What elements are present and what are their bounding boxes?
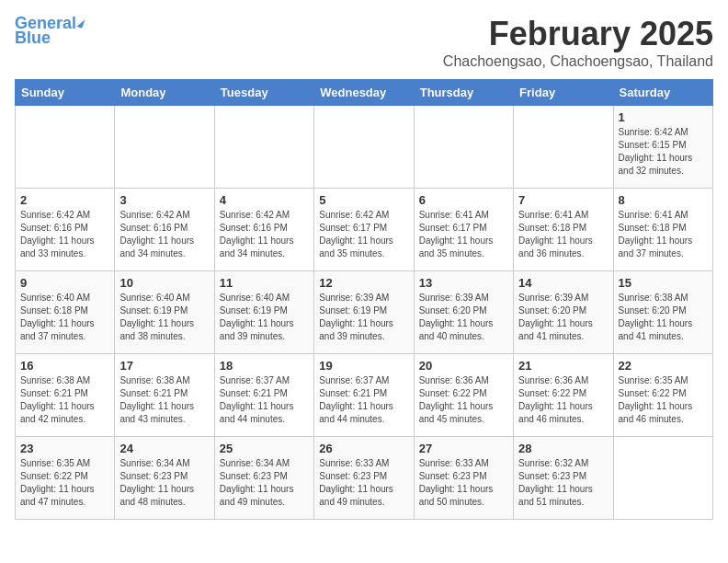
day-info: Sunrise: 6:36 AM Sunset: 6:22 PM Dayligh… xyxy=(518,374,608,426)
day-info: Sunrise: 6:33 AM Sunset: 6:23 PM Dayligh… xyxy=(419,457,508,509)
day-number: 24 xyxy=(119,442,209,455)
day-number: 8 xyxy=(619,193,708,207)
calendar-cell-w0d6: 1Sunrise: 6:42 AM Sunset: 6:15 PM Daylig… xyxy=(613,106,712,189)
day-number: 27 xyxy=(419,442,508,455)
calendar-cell-w2d2: 11Sunrise: 6:40 AM Sunset: 6:19 PM Dayli… xyxy=(214,271,313,354)
title-block: February 2025 Chachoengsao, Chachoengsao… xyxy=(443,15,713,70)
day-number: 9 xyxy=(20,276,109,290)
day-info: Sunrise: 6:34 AM Sunset: 6:23 PM Dayligh… xyxy=(220,457,309,509)
day-number: 5 xyxy=(319,193,408,207)
day-number: 15 xyxy=(619,276,708,290)
calendar-week-0: 1Sunrise: 6:42 AM Sunset: 6:15 PM Daylig… xyxy=(16,106,713,189)
day-number: 25 xyxy=(220,442,309,455)
calendar-cell-w2d6: 15Sunrise: 6:38 AM Sunset: 6:20 PM Dayli… xyxy=(613,271,712,354)
day-number: 20 xyxy=(419,359,508,373)
weekday-header-friday: Friday xyxy=(514,80,613,106)
day-info: Sunrise: 6:41 AM Sunset: 6:17 PM Dayligh… xyxy=(419,209,508,260)
day-info: Sunrise: 6:42 AM Sunset: 6:16 PM Dayligh… xyxy=(220,209,309,260)
day-info: Sunrise: 6:38 AM Sunset: 6:21 PM Dayligh… xyxy=(119,374,209,426)
day-info: Sunrise: 6:39 AM Sunset: 6:20 PM Dayligh… xyxy=(518,292,608,343)
day-info: Sunrise: 6:32 AM Sunset: 6:23 PM Dayligh… xyxy=(518,457,608,509)
calendar-cell-w1d2: 4Sunrise: 6:42 AM Sunset: 6:16 PM Daylig… xyxy=(214,189,313,271)
day-info: Sunrise: 6:39 AM Sunset: 6:20 PM Dayligh… xyxy=(419,292,508,343)
day-number: 2 xyxy=(20,193,109,207)
calendar-cell-w4d4: 27Sunrise: 6:33 AM Sunset: 6:23 PM Dayli… xyxy=(414,437,513,520)
calendar-cell-w3d2: 18Sunrise: 6:37 AM Sunset: 6:21 PM Dayli… xyxy=(214,354,313,437)
day-number: 18 xyxy=(220,359,309,373)
calendar-cell-w0d4 xyxy=(414,106,513,189)
day-info: Sunrise: 6:36 AM Sunset: 6:22 PM Dayligh… xyxy=(419,374,508,426)
calendar-cell-w0d2 xyxy=(214,106,313,189)
calendar-table: SundayMondayTuesdayWednesdayThursdayFrid… xyxy=(15,79,713,520)
weekday-header-saturday: Saturday xyxy=(613,80,712,106)
day-info: Sunrise: 6:40 AM Sunset: 6:19 PM Dayligh… xyxy=(220,292,309,343)
day-number: 13 xyxy=(419,276,508,290)
calendar-cell-w0d1 xyxy=(115,106,214,189)
day-number: 22 xyxy=(619,359,708,373)
calendar-week-2: 9Sunrise: 6:40 AM Sunset: 6:18 PM Daylig… xyxy=(16,271,713,354)
day-info: Sunrise: 6:33 AM Sunset: 6:23 PM Dayligh… xyxy=(319,457,408,509)
day-number: 7 xyxy=(518,193,608,207)
day-number: 14 xyxy=(518,276,608,290)
day-number: 12 xyxy=(319,276,408,290)
day-number: 6 xyxy=(419,193,508,207)
calendar-cell-w1d1: 3Sunrise: 6:42 AM Sunset: 6:16 PM Daylig… xyxy=(115,189,214,271)
day-info: Sunrise: 6:40 AM Sunset: 6:18 PM Dayligh… xyxy=(20,292,109,343)
day-info: Sunrise: 6:37 AM Sunset: 6:21 PM Dayligh… xyxy=(319,374,408,426)
calendar-cell-w3d6: 22Sunrise: 6:35 AM Sunset: 6:22 PM Dayli… xyxy=(613,354,712,437)
calendar-cell-w4d1: 24Sunrise: 6:34 AM Sunset: 6:23 PM Dayli… xyxy=(115,437,214,520)
calendar-cell-w3d1: 17Sunrise: 6:38 AM Sunset: 6:21 PM Dayli… xyxy=(115,354,214,437)
day-info: Sunrise: 6:42 AM Sunset: 6:17 PM Dayligh… xyxy=(319,209,408,260)
weekday-header-sunday: Sunday xyxy=(16,80,115,106)
day-info: Sunrise: 6:35 AM Sunset: 6:22 PM Dayligh… xyxy=(20,457,109,509)
day-number: 17 xyxy=(119,359,209,373)
calendar-cell-w0d0 xyxy=(16,106,115,189)
location-title: Chachoengsao, Chachoengsao, Thailand xyxy=(443,53,713,70)
calendar-cell-w3d5: 21Sunrise: 6:36 AM Sunset: 6:22 PM Dayli… xyxy=(514,354,613,437)
day-number: 11 xyxy=(220,276,309,290)
month-title: February 2025 xyxy=(443,15,713,53)
day-info: Sunrise: 6:38 AM Sunset: 6:20 PM Dayligh… xyxy=(619,292,708,343)
day-info: Sunrise: 6:35 AM Sunset: 6:22 PM Dayligh… xyxy=(619,374,708,426)
day-number: 3 xyxy=(119,193,209,207)
weekday-header-tuesday: Tuesday xyxy=(214,80,313,106)
calendar-cell-w1d3: 5Sunrise: 6:42 AM Sunset: 6:17 PM Daylig… xyxy=(314,189,414,271)
weekday-header-monday: Monday xyxy=(115,80,214,106)
day-number: 21 xyxy=(518,359,608,373)
calendar-cell-w4d5: 28Sunrise: 6:32 AM Sunset: 6:23 PM Dayli… xyxy=(514,437,613,520)
day-number: 10 xyxy=(119,276,209,290)
day-info: Sunrise: 6:40 AM Sunset: 6:19 PM Dayligh… xyxy=(119,292,209,343)
day-info: Sunrise: 6:41 AM Sunset: 6:18 PM Dayligh… xyxy=(619,209,708,260)
day-info: Sunrise: 6:39 AM Sunset: 6:19 PM Dayligh… xyxy=(319,292,408,343)
calendar-cell-w0d3 xyxy=(314,106,414,189)
calendar-cell-w4d0: 23Sunrise: 6:35 AM Sunset: 6:22 PM Dayli… xyxy=(16,437,115,520)
calendar-cell-w2d4: 13Sunrise: 6:39 AM Sunset: 6:20 PM Dayli… xyxy=(414,271,513,354)
calendar-cell-w1d0: 2Sunrise: 6:42 AM Sunset: 6:16 PM Daylig… xyxy=(16,189,115,271)
calendar-cell-w0d5 xyxy=(514,106,613,189)
day-info: Sunrise: 6:37 AM Sunset: 6:21 PM Dayligh… xyxy=(220,374,309,426)
calendar-cell-w4d6 xyxy=(613,437,712,520)
day-number: 16 xyxy=(20,359,109,373)
day-number: 1 xyxy=(619,110,708,124)
day-info: Sunrise: 6:42 AM Sunset: 6:16 PM Dayligh… xyxy=(20,209,109,260)
calendar-week-3: 16Sunrise: 6:38 AM Sunset: 6:21 PM Dayli… xyxy=(16,354,713,437)
calendar-cell-w3d4: 20Sunrise: 6:36 AM Sunset: 6:22 PM Dayli… xyxy=(414,354,513,437)
calendar-cell-w2d3: 12Sunrise: 6:39 AM Sunset: 6:19 PM Dayli… xyxy=(314,271,414,354)
weekday-header-wednesday: Wednesday xyxy=(314,80,414,106)
calendar-cell-w4d2: 25Sunrise: 6:34 AM Sunset: 6:23 PM Dayli… xyxy=(214,437,313,520)
calendar-cell-w4d3: 26Sunrise: 6:33 AM Sunset: 6:23 PM Dayli… xyxy=(314,437,414,520)
calendar-cell-w1d5: 7Sunrise: 6:41 AM Sunset: 6:18 PM Daylig… xyxy=(514,189,613,271)
logo-blue: Blue xyxy=(15,29,51,46)
calendar-cell-w2d5: 14Sunrise: 6:39 AM Sunset: 6:20 PM Dayli… xyxy=(514,271,613,354)
logo: General Blue xyxy=(15,15,84,46)
calendar-cell-w2d1: 10Sunrise: 6:40 AM Sunset: 6:19 PM Dayli… xyxy=(115,271,214,354)
day-info: Sunrise: 6:41 AM Sunset: 6:18 PM Dayligh… xyxy=(518,209,608,260)
page-header: General Blue February 2025 Chachoengsao,… xyxy=(15,15,713,70)
calendar-cell-w3d3: 19Sunrise: 6:37 AM Sunset: 6:21 PM Dayli… xyxy=(314,354,414,437)
calendar-cell-w3d0: 16Sunrise: 6:38 AM Sunset: 6:21 PM Dayli… xyxy=(16,354,115,437)
calendar-cell-w2d0: 9Sunrise: 6:40 AM Sunset: 6:18 PM Daylig… xyxy=(16,271,115,354)
weekday-header-thursday: Thursday xyxy=(414,80,513,106)
day-number: 23 xyxy=(20,442,109,455)
day-info: Sunrise: 6:42 AM Sunset: 6:16 PM Dayligh… xyxy=(119,209,209,260)
day-info: Sunrise: 6:34 AM Sunset: 6:23 PM Dayligh… xyxy=(119,457,209,509)
